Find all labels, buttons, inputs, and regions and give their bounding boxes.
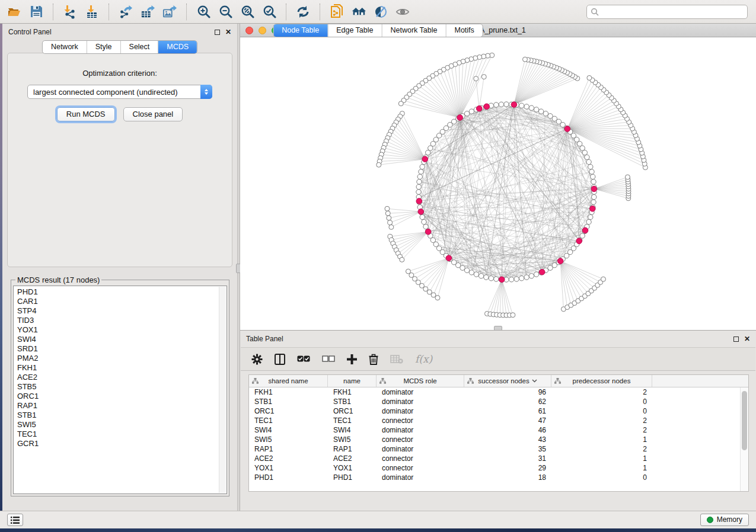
table-cell: connector — [377, 435, 464, 444]
tab-style[interactable]: Style — [87, 41, 120, 53]
mcds-result-item[interactable]: TEC1 — [17, 430, 227, 439]
table-row[interactable]: PHD1PHD1dominator180 — [249, 473, 748, 482]
table-row[interactable]: SWI4SWI4dominator462 — [249, 425, 748, 435]
delete-column-icon[interactable] — [369, 352, 378, 366]
column-header-name[interactable]: name — [328, 375, 377, 387]
table-row[interactable]: SWI5SWI5connector431 — [249, 435, 748, 444]
node-table: shared namenameMCDS rolesuccessor nodesp… — [248, 374, 749, 492]
tab-motifs[interactable]: Motifs — [445, 24, 482, 37]
memory-button[interactable]: Memory — [700, 514, 749, 526]
tab-node-table[interactable]: Node Table — [273, 24, 327, 37]
tab-mcds[interactable]: MCDS — [158, 41, 197, 53]
control-panel-title: Control Panel — [8, 28, 52, 36]
task-history-button[interactable] — [7, 514, 23, 526]
mcds-result-item[interactable]: STB1 — [17, 411, 227, 420]
tab-network-table[interactable]: Network Table — [382, 24, 446, 37]
mcds-result-item[interactable]: SWI5 — [17, 420, 227, 430]
mcds-result-item[interactable]: ACE2 — [17, 373, 227, 382]
export-table-icon[interactable] — [141, 5, 155, 19]
export-network-icon[interactable] — [119, 5, 133, 19]
close-table-panel-icon[interactable]: ✕ — [744, 336, 750, 342]
tab-edge-table[interactable]: Edge Table — [327, 24, 381, 37]
tab-network[interactable]: Network — [43, 41, 87, 53]
close-panel-button[interactable]: Close panel — [123, 107, 183, 121]
minimize-window-traffic-light[interactable] — [259, 27, 266, 34]
mcds-result-list[interactable]: PHD1CAR1STP4TID3YOX1SWI4SRD1PMA2FKH1ACE2… — [13, 286, 227, 494]
search-input[interactable] — [599, 7, 744, 17]
horizontal-splitter-grip[interactable] — [494, 326, 502, 330]
mcds-result-item[interactable]: PHD1 — [17, 287, 227, 297]
mcds-result-item[interactable]: SWI4 — [17, 335, 227, 344]
table-row[interactable]: TEC1TEC1connector472 — [249, 416, 748, 425]
mcds-result-item[interactable]: SRD1 — [17, 344, 227, 354]
import-network-icon[interactable] — [63, 5, 77, 19]
float-table-panel-icon[interactable] — [733, 336, 739, 342]
zoom-fit-icon[interactable] — [240, 5, 254, 19]
houses-icon[interactable] — [352, 5, 366, 19]
table-cell: 1 — [551, 454, 652, 463]
close-window-traffic-light[interactable] — [245, 27, 253, 34]
table-cell: 61 — [464, 407, 551, 415]
mcds-result-item[interactable]: TID3 — [17, 316, 227, 325]
mcds-result-item[interactable]: STB5 — [17, 382, 227, 392]
status-bar: Memory — [0, 511, 756, 528]
table-row[interactable]: FKH1FKH1dominator962 — [249, 387, 748, 397]
table-scrollbar-thumb[interactable] — [742, 391, 747, 450]
mcds-result-item[interactable]: YOX1 — [17, 325, 227, 335]
application-window: Control Panel ✕ NetworkStyleSelectMCDS O… — [0, 0, 756, 532]
run-mcds-button[interactable]: Run MCDS — [57, 107, 115, 121]
table-row[interactable]: RAP1RAP1dominator352 — [249, 444, 748, 454]
gear-icon[interactable] — [251, 352, 263, 366]
table-cell: 46 — [464, 426, 551, 434]
mcds-result-item[interactable]: RAP1 — [17, 401, 227, 411]
import-table-icon[interactable] — [85, 5, 99, 19]
split-columns-icon[interactable] — [275, 352, 285, 366]
column-header-MCDS-role[interactable]: MCDS role — [377, 375, 464, 387]
column-header-label: successor nodes — [478, 377, 529, 384]
column-header-successor-nodes[interactable]: successor nodes — [464, 375, 551, 387]
table-cell: SWI5 — [249, 435, 328, 444]
mcds-result-item[interactable]: STP4 — [17, 306, 227, 316]
mcds-result-item[interactable]: GCR1 — [17, 439, 227, 448]
mcds-result-item[interactable]: ORC1 — [17, 392, 227, 401]
zoom-in-icon[interactable] — [196, 5, 210, 19]
table-scrollbar[interactable] — [740, 387, 748, 491]
column-header-predecessor-nodes[interactable]: predecessor nodes — [551, 375, 652, 387]
table-row[interactable]: STB1STB1dominator620 — [249, 397, 748, 406]
mcds-list-scrollbar[interactable] — [219, 287, 226, 493]
memory-button-label: Memory — [717, 515, 742, 524]
table-cell: FKH1 — [249, 388, 328, 396]
table-cell: SWI5 — [328, 435, 377, 444]
zoom-out-icon[interactable] — [218, 5, 232, 19]
mcds-tab-pane: Optimization criterion: largest connecte… — [7, 53, 232, 267]
save-session-icon[interactable] — [29, 5, 43, 19]
select-all-checks-icon[interactable] — [297, 352, 310, 366]
close-panel-icon[interactable]: ✕ — [225, 30, 231, 35]
table-row[interactable]: ORC1ORC1dominator610 — [249, 406, 748, 416]
criterion-dropdown[interactable]: largest connected component (undirected) — [27, 85, 212, 99]
table-cell: 18 — [464, 473, 551, 482]
column-header-shared-name[interactable]: shared name — [249, 375, 328, 387]
refresh-icon[interactable] — [296, 5, 310, 19]
deselect-all-checks-icon[interactable] — [322, 352, 335, 366]
open-session-icon[interactable] — [7, 5, 21, 19]
float-panel-icon[interactable] — [215, 30, 220, 35]
table-row[interactable]: YOX1YOX1connector291 — [249, 463, 748, 473]
hide-graphics-icon[interactable] — [374, 5, 388, 19]
network-view-canvas[interactable] — [240, 37, 756, 330]
mcds-result-item[interactable]: PMA2 — [17, 354, 227, 363]
node-table-header: shared namenameMCDS rolesuccessor nodesp… — [249, 375, 748, 387]
sort-desc-icon — [532, 379, 537, 383]
export-image-icon[interactable] — [162, 5, 177, 19]
control-panel-titlebar: Control Panel ✕ — [2, 24, 237, 40]
add-column-icon[interactable] — [347, 352, 357, 366]
network-document-icon[interactable] — [330, 5, 344, 19]
mcds-result-item[interactable]: FKH1 — [17, 363, 227, 373]
zoom-selected-icon[interactable] — [262, 5, 276, 19]
network-graph[interactable] — [240, 37, 755, 330]
eye-icon[interactable] — [395, 5, 410, 19]
tab-select[interactable]: Select — [120, 41, 158, 53]
table-row[interactable]: ACE2ACE2connector311 — [249, 454, 748, 463]
shared-column-icon — [379, 378, 386, 384]
mcds-result-item[interactable]: CAR1 — [17, 297, 227, 306]
